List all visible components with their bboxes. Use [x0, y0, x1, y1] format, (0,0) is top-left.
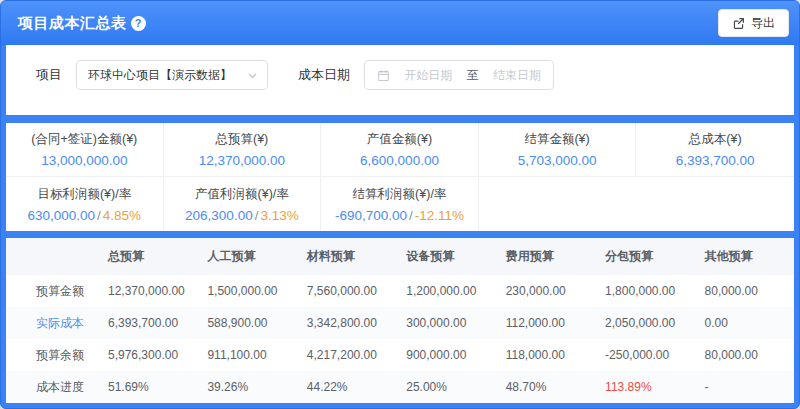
table-cell: 0.00 [695, 307, 794, 339]
summary-panel: (合同+签证)金额(¥) 13,000,000.00 总预算(¥) 12,370… [6, 123, 794, 231]
summary-amount-row: (合同+签证)金额(¥) 13,000,000.00 总预算(¥) 12,370… [6, 123, 794, 177]
table-cell: 118,000.00 [496, 339, 595, 371]
export-button[interactable]: 导出 [718, 9, 789, 37]
summary-label: 结算金额(¥) [524, 131, 589, 148]
table-cell: 44.22% [297, 371, 396, 403]
date-range-picker[interactable]: 开始日期 至 结束日期 [364, 60, 554, 90]
table-row-budget-amount: 预算金额 12,370,000.00 1,500,000.00 7,560,00… [6, 275, 794, 307]
col-header-expense-budget: 费用预算 [496, 238, 595, 275]
summary-label: 总成本(¥) [689, 131, 742, 148]
summary-card-output-amount: 产值金额(¥) 6,600,000.00 [321, 123, 479, 176]
table-cell: 112,000.00 [496, 307, 595, 339]
row-label-budget-amount: 预算金额 [6, 275, 98, 307]
project-filter-label: 项目 [36, 66, 62, 84]
summary-empty-cell [479, 177, 637, 231]
summary-value: 206,300.00/3.13% [185, 208, 299, 223]
table-cell: 80,000.00 [695, 339, 794, 371]
table-cell: 230,000.00 [496, 275, 595, 307]
col-header-empty [6, 238, 98, 275]
table-cell: -250,000.00 [595, 339, 694, 371]
summary-value: 6,393,700.00 [676, 153, 755, 168]
summary-label: 产值金额(¥) [367, 131, 432, 148]
table-cell: 39.26% [197, 371, 296, 403]
summary-value: 5,703,000.00 [518, 153, 597, 168]
date-range-separator: 至 [467, 67, 479, 84]
table-cell: 7,560,000.00 [297, 275, 396, 307]
table-cell: 2,050,000.00 [595, 307, 694, 339]
table-cell: 6,393,700.00 [98, 307, 197, 339]
table-cell: - [695, 371, 794, 403]
table-header-row: 总预算 人工预算 材料预算 设备预算 费用预算 分包预算 其他预算 [6, 238, 794, 275]
filter-row: 项目 环球中心项目【演示数据】 成本日期 开始日期 至 结束日期 [36, 60, 554, 90]
profit-rate: -12.11% [415, 208, 464, 223]
summary-value: 13,000,000.00 [41, 153, 127, 168]
table-cell: 911,100.00 [197, 339, 296, 371]
page-title: 项目成本汇总表 [18, 14, 127, 33]
cost-summary-table: 总预算 人工预算 材料预算 设备预算 费用预算 分包预算 其他预算 预算金额 1… [6, 238, 794, 403]
table-cell: 1,200,000.00 [396, 275, 495, 307]
table-cell: 5,976,300.00 [98, 339, 197, 371]
col-header-material-budget: 材料预算 [297, 238, 396, 275]
table-cell: 51.69% [98, 371, 197, 403]
summary-value: 630,000.00/4.85% [27, 208, 141, 223]
table-cell: 4,217,200.00 [297, 339, 396, 371]
table-cell: 1,500,000.00 [197, 275, 296, 307]
col-header-other-budget: 其他预算 [695, 238, 794, 275]
export-button-label: 导出 [751, 15, 775, 32]
summary-card-total-cost: 总成本(¥) 6,393,700.00 [636, 123, 794, 176]
summary-value: -690,700.00/-12.11% [335, 208, 464, 223]
filter-panel: 项目 环球中心项目【演示数据】 成本日期 开始日期 至 结束日期 [6, 45, 794, 115]
export-icon [732, 17, 745, 30]
project-select[interactable]: 环球中心项目【演示数据】 [76, 60, 268, 90]
table-cell: 12,370,000.00 [98, 275, 197, 307]
summary-value: 12,370,000.00 [199, 153, 285, 168]
project-select-value: 环球中心项目【演示数据】 [88, 67, 247, 84]
table-cell: 900,000.00 [396, 339, 495, 371]
summary-label: 目标利润额(¥)/率 [37, 186, 131, 203]
start-date-placeholder: 开始日期 [404, 67, 452, 84]
table-row-cost-progress: 成本进度 51.69% 39.26% 44.22% 25.00% 48.70% … [6, 371, 794, 403]
table-cell: 25.00% [396, 371, 495, 403]
summary-card-target-profit: 目标利润额(¥)/率 630,000.00/4.85% [6, 177, 164, 231]
project-cost-summary-page: 项目成本汇总表 ? 导出 项目 环球中心项目【演示数据】 成本日期 [0, 0, 800, 409]
table-cell: 80,000.00 [695, 275, 794, 307]
end-date-placeholder: 结束日期 [493, 67, 541, 84]
summary-value: 6,600,000.00 [360, 153, 439, 168]
summary-empty-cell [636, 177, 794, 231]
col-header-subcontract-budget: 分包预算 [595, 238, 694, 275]
help-icon[interactable]: ? [131, 16, 146, 31]
chevron-down-icon [247, 70, 258, 81]
table-cell-over-budget: 113.89% [595, 371, 694, 403]
summary-card-settlement-profit: 结算利润额(¥)/率 -690,700.00/-12.11% [321, 177, 479, 231]
table-row-budget-balance: 预算余额 5,976,300.00 911,100.00 4,217,200.0… [6, 339, 794, 371]
col-header-total-budget: 总预算 [98, 238, 197, 275]
summary-label: 结算利润额(¥)/率 [353, 186, 447, 203]
row-label-cost-progress: 成本进度 [6, 371, 98, 403]
header-bar: 项目成本汇总表 ? 导出 [1, 1, 799, 45]
row-label-budget-balance: 预算余额 [6, 339, 98, 371]
col-header-equipment-budget: 设备预算 [396, 238, 495, 275]
table-cell: 48.70% [496, 371, 595, 403]
cost-date-filter-label: 成本日期 [298, 66, 350, 84]
profit-rate: 4.85% [103, 208, 141, 223]
cost-table-panel: 总预算 人工预算 材料预算 设备预算 费用预算 分包预算 其他预算 预算金额 1… [6, 238, 794, 403]
col-header-labor-budget: 人工预算 [197, 238, 296, 275]
summary-label: (合同+签证)金额(¥) [31, 131, 137, 148]
summary-profit-row: 目标利润额(¥)/率 630,000.00/4.85% 产值利润额(¥)/率 2… [6, 177, 794, 231]
summary-card-output-profit: 产值利润额(¥)/率 206,300.00/3.13% [164, 177, 322, 231]
summary-card-contract-amount: (合同+签证)金额(¥) 13,000,000.00 [6, 123, 164, 176]
table-cell: 3,342,800.00 [297, 307, 396, 339]
table-cell: 300,000.00 [396, 307, 495, 339]
summary-label: 总预算(¥) [216, 131, 269, 148]
table-cell: 588,900.00 [197, 307, 296, 339]
summary-label: 产值利润额(¥)/率 [195, 186, 289, 203]
profit-rate: 3.13% [260, 208, 298, 223]
summary-card-settlement-amount: 结算金额(¥) 5,703,000.00 [479, 123, 637, 176]
summary-card-total-budget: 总预算(¥) 12,370,000.00 [164, 123, 322, 176]
table-row-actual-cost: 实际成本 6,393,700.00 588,900.00 3,342,800.0… [6, 307, 794, 339]
table-cell: 1,800,000.00 [595, 275, 694, 307]
calendar-icon [377, 69, 390, 82]
row-label-actual-cost[interactable]: 实际成本 [6, 307, 98, 339]
